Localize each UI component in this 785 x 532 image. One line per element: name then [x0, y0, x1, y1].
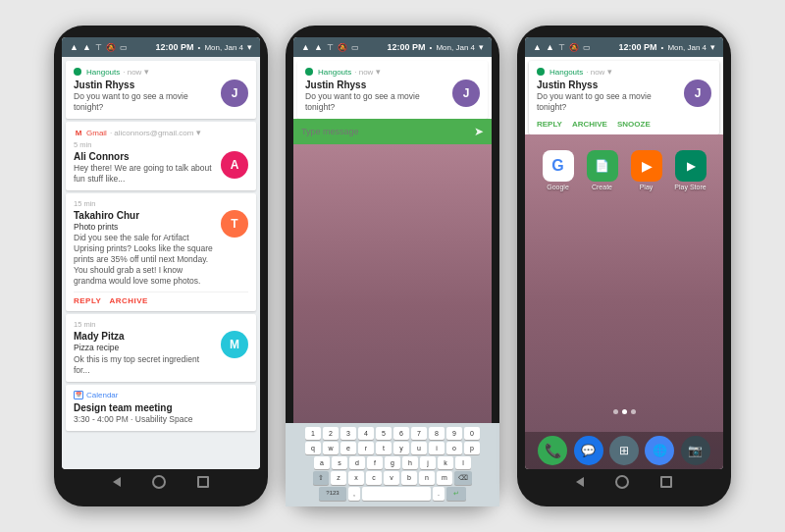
battery-icon: ▭ [120, 43, 128, 52]
send-button[interactable]: ➤ [474, 125, 484, 138]
archive-button-1[interactable]: ARCHIVE [109, 296, 148, 305]
key-w[interactable]: w [323, 442, 339, 454]
phone-1-screen: ▲ ▲ ⊤ 🔕 ▭ 12:00 PM • Mon, Jan 4 ▾ [62, 37, 260, 469]
phone-1-nav [62, 469, 260, 495]
hangouts-notification-1[interactable]: Hangouts · now ▾ Justin Rhyss Do you wan… [66, 61, 256, 119]
hangouts-icon-3 [537, 68, 545, 76]
mute-icon: 🔕 [106, 43, 116, 52]
phone-3-screen: ▲ ▲ ⊤ 🔕 ▭ 12:00 PM • Mon, Jan 4 ▾ [525, 37, 723, 469]
key-f[interactable]: f [367, 456, 383, 469]
expand-icon-3: ▾ [376, 67, 381, 77]
dot-3 [631, 409, 636, 414]
key-8[interactable]: 8 [429, 427, 445, 440]
notification-panel-1: Hangouts · now ▾ Justin Rhyss Do you wan… [62, 57, 260, 469]
key-d[interactable]: d [349, 456, 365, 469]
hangouts-input-bar: ➤ [293, 119, 492, 144]
key-o[interactable]: o [446, 442, 462, 454]
key-3[interactable]: 3 [340, 427, 356, 440]
gmail-notification-ali[interactable]: M Gmail · aliconnors@gmail.com ▾ 5 min A… [66, 122, 256, 190]
key-s[interactable]: s [332, 456, 347, 469]
recents-button-3[interactable] [660, 476, 672, 488]
home-notif-actions: REPLY ARCHIVE SNOOZE [537, 117, 711, 129]
status-time-2: 12:00 PM [388, 42, 426, 52]
hangouts-sender-1: Justin Rhyss [74, 80, 217, 90]
reply-button-1[interactable]: REPLY [74, 296, 101, 305]
dot-1 [613, 409, 618, 414]
key-t[interactable]: t [376, 442, 392, 454]
mute-icon-3: 🔕 [569, 43, 579, 52]
hangouts-message-1: Do you want to go see a movie tonight? [74, 91, 217, 113]
key-p[interactable]: p [464, 442, 480, 454]
key-i[interactable]: i [429, 442, 445, 454]
kb-row-qwerty: q w e r t y u i o p [293, 442, 492, 454]
key-u[interactable]: u [411, 442, 427, 454]
wifi-icon-2: ▲ [301, 42, 310, 52]
messages-dock-icon[interactable]: 💬 [574, 436, 603, 465]
status-date-1: Mon, Jan 4 [204, 43, 243, 52]
signal-icon: ▲ [82, 42, 91, 52]
mady-sender: Mady Pitza [74, 331, 217, 342]
home-button-1[interactable] [152, 475, 166, 489]
phone-2: ▲ ▲ ⊤ 🔕 ▭ 12:00 PM • Mon, Jan 4 ▾ [286, 26, 499, 506]
hangouts-message-3: Do you want to go see a movie tonight? [537, 91, 680, 113]
key-0[interactable]: 0 [464, 427, 480, 440]
key-9[interactable]: 9 [446, 427, 462, 440]
key-r[interactable]: r [358, 442, 374, 454]
dot-2 [622, 409, 627, 414]
reply-button-home[interactable]: REPLY [537, 120, 562, 129]
playstore-label: Play Store [674, 184, 706, 190]
key-4[interactable]: 4 [358, 427, 374, 440]
takahiro-message: Did you see the sale for Artifact Uprisi… [74, 233, 217, 287]
calendar-notification[interactable]: 📅 Calendar Design team meeting 3:30 - 4:… [66, 385, 256, 431]
battery-icon-3: ▭ [583, 43, 591, 52]
key-1[interactable]: 1 [305, 427, 321, 440]
camera-dock-icon[interactable]: 📷 [681, 436, 710, 465]
ali-avatar: A [221, 151, 248, 179]
gmail-notification-mady[interactable]: 15 min Mady Pitza Pizza recipe Ok this i… [66, 314, 256, 381]
takahiro-actions: REPLY ARCHIVE [74, 292, 248, 305]
hangouts-notification-2[interactable]: Hangouts · now ▾ Justin Rhyss Do you wan… [297, 61, 488, 119]
gmail-notification-takahiro[interactable]: 15 min Takahiro Chur Photo prints Did yo… [66, 193, 256, 311]
message-input[interactable] [301, 127, 470, 136]
home-hangouts-notification[interactable]: Hangouts · now ▾ Justin Rhyss Do you wan… [529, 61, 719, 134]
archive-button-home[interactable]: ARCHIVE [572, 120, 607, 129]
apps-dock-icon[interactable]: ⊞ [609, 436, 639, 465]
back-button-3[interactable] [576, 477, 584, 487]
key-k[interactable]: k [438, 456, 453, 469]
mute-icon-2: 🔕 [338, 43, 347, 52]
play-app-icon[interactable]: ▶ Play [627, 150, 665, 190]
key-l[interactable]: l [455, 456, 471, 469]
key-a[interactable]: a [314, 456, 330, 469]
back-button-1[interactable] [113, 477, 121, 487]
status-bar-2: ▲ ▲ ⊤ 🔕 ▭ 12:00 PM • Mon, Jan 4 ▾ [293, 37, 492, 57]
key-e[interactable]: e [340, 442, 356, 454]
hangouts-sender-3: Justin Rhyss [537, 80, 680, 90]
snooze-button-home[interactable]: SNOOZE [617, 120, 651, 129]
google-label: Google [547, 184, 569, 190]
hangouts-icon-2 [305, 68, 313, 76]
key-y[interactable]: y [393, 442, 409, 454]
key-2[interactable]: 2 [323, 427, 339, 440]
create-app-icon[interactable]: 📄 Create [583, 150, 621, 190]
phones-container: ▲ ▲ ⊤ 🔕 ▭ 12:00 PM • Mon, Jan 4 ▾ [44, 16, 741, 516]
notif-time-takahiro: 15 min [74, 199, 248, 208]
key-q[interactable]: q [305, 442, 321, 454]
hangouts-icon [74, 68, 81, 76]
recents-button-1[interactable] [197, 476, 209, 488]
key-7[interactable]: 7 [411, 427, 427, 440]
home-button-3[interactable] [615, 475, 629, 489]
playstore-app-icon[interactable]: ▶ Play Store [671, 150, 709, 190]
chevron-down-icon-3: ▾ [710, 42, 715, 52]
key-6[interactable]: 6 [393, 427, 409, 440]
key-5[interactable]: 5 [376, 427, 392, 440]
mady-message: Ok this is my top secret ingredient for.… [74, 354, 217, 376]
key-j[interactable]: j [420, 456, 436, 469]
google-app-icon[interactable]: G Google [539, 150, 577, 190]
chrome-dock-icon[interactable]: 🌐 [645, 436, 674, 465]
kb-row-numbers: 1 2 3 4 5 6 7 8 9 0 [293, 427, 492, 440]
key-g[interactable]: g [385, 456, 400, 469]
key-h[interactable]: h [402, 456, 418, 469]
hangouts-avatar-2: J [452, 80, 480, 107]
funnel-icon-2: ⊤ [327, 43, 334, 52]
phone-dock-icon[interactable]: 📞 [538, 436, 567, 465]
